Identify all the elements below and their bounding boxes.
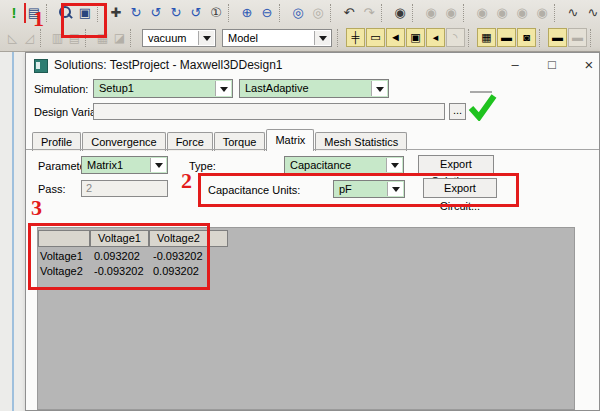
tab-torque[interactable]: Torque: [214, 132, 266, 151]
chevron-down-icon[interactable]: [150, 158, 166, 172]
matrix-grid: Voltage1Voltage2Voltage10.093202-0.09320…: [37, 227, 575, 410]
minimize-button[interactable]: –: [500, 53, 530, 77]
rotate-model-icon[interactable]: ↻: [126, 3, 146, 23]
matrix-row-header: Voltage2: [40, 265, 83, 277]
boolean-unite-icon[interactable]: ▬: [548, 28, 567, 47]
toolbar-separator: [46, 4, 53, 22]
chevron-down-icon[interactable]: [386, 158, 402, 172]
chevron-down-icon[interactable]: [387, 182, 403, 196]
pan-icon[interactable]: ✚: [106, 3, 126, 23]
close-button[interactable]: ×: [574, 53, 600, 77]
model-dropdown-value: Model: [228, 32, 258, 44]
tab-mesh-statistics[interactable]: Mesh Statistics: [315, 132, 407, 151]
pass-label: Pass:: [38, 183, 66, 195]
zoom-fit-icon: ◎: [308, 3, 328, 23]
rotate-y-icon[interactable]: ↻: [166, 3, 186, 23]
toolbar-separator: [330, 4, 337, 22]
chevron-down-icon[interactable]: [198, 31, 214, 45]
hide-all-icon: ◉: [472, 3, 492, 23]
edge-select-icon[interactable]: ◄: [386, 28, 405, 47]
parameter-dropdown[interactable]: Matrix1: [81, 156, 168, 174]
multi-select-icon: ◝: [446, 28, 465, 47]
show-hide-icon[interactable]: ◉: [390, 3, 410, 23]
flip-icon: ◿: [21, 28, 38, 48]
toolbar-separator: [279, 4, 286, 22]
toolbar-row-1: !▤▣✚↻↺↻↺①⊕⊖◎◎↶↷◉◉◉◉◉◉◉∿∿◝◝∿: [0, 0, 600, 25]
show-selection-icon: ◉: [441, 3, 461, 23]
fill-color-icon[interactable]: ◙: [517, 28, 536, 47]
toolbar-separator: [228, 4, 235, 22]
type-dropdown[interactable]: Capacitance: [284, 156, 404, 174]
matrix-col-header: Voltage1: [90, 230, 149, 247]
pass-field: 2: [81, 180, 168, 197]
array-icon: ▦: [94, 28, 111, 48]
type-label: Type:: [189, 160, 216, 172]
tabbar: ProfileConvergenceForceTorqueMatrixMesh …: [32, 129, 593, 150]
adaptive-dropdown-value: LastAdaptive: [245, 82, 309, 94]
toolbar-row2-left: ◺◿▥▤▦◪: [4, 28, 139, 48]
mirror-icon: ◺: [4, 28, 21, 48]
hide-selection-icon: ◉: [421, 3, 441, 23]
toolbar-separator: [40, 29, 47, 47]
toolbar-row-2: ◺◿▥▤▦◪ vacuum Model ╪▭◄▣◂◝▦▬◙▬▬❋❋❋: [0, 25, 600, 50]
zoom-out-icon[interactable]: ⊖: [257, 3, 277, 23]
spline-icon[interactable]: ∿: [583, 3, 600, 23]
browse-button[interactable]: ...: [449, 103, 466, 120]
chevron-down-icon[interactable]: [314, 31, 330, 45]
toolbar-separator: [97, 4, 104, 22]
object-select-icon[interactable]: ◂: [426, 28, 445, 47]
rotate-x-icon[interactable]: ↺: [146, 3, 166, 23]
rotate-z-icon[interactable]: ↺: [186, 3, 206, 23]
capacitance-units-label: Capacitance Units:: [208, 184, 300, 196]
matrix-cell: -0.093202: [153, 250, 203, 262]
units-dropdown[interactable]: pF: [333, 180, 405, 198]
toolbar-separator: [85, 29, 92, 47]
zoom-window-icon[interactable]: ◎: [288, 3, 308, 23]
matrix-col-header: Voltage2: [149, 230, 208, 247]
model-dropdown[interactable]: Model: [222, 29, 332, 47]
chevron-down-icon[interactable]: [371, 81, 387, 96]
adaptive-dropdown[interactable]: LastAdaptive: [239, 79, 389, 98]
design-variation-field[interactable]: [93, 103, 445, 120]
polyline-icon[interactable]: ∿: [563, 3, 583, 23]
zoom-100-icon[interactable]: ①: [206, 3, 226, 23]
vertex-select-icon[interactable]: ▣: [406, 28, 425, 47]
dialog-title: Solutions: TestProject - Maxwell3DDesign…: [54, 58, 283, 72]
analyze-icon[interactable]: !: [4, 3, 24, 23]
search-icon[interactable]: [56, 4, 74, 22]
maximize-button[interactable]: □: [537, 53, 567, 77]
export-solution-button[interactable]: Export Solution...: [418, 155, 494, 174]
matrix-cell: 0.093202: [153, 265, 199, 277]
matrix-corner-cell: [208, 230, 228, 247]
solution-data-icon[interactable]: ▣: [75, 3, 95, 23]
matrix-cell: 0.093202: [94, 250, 140, 262]
undo-icon[interactable]: ↶: [339, 3, 359, 23]
show-all-icon: ◉: [492, 3, 512, 23]
setup-dropdown[interactable]: Setup1: [93, 79, 233, 98]
grid-plane-icon[interactable]: ╪: [346, 28, 365, 47]
toolbar-separator: [381, 4, 388, 22]
plane-icon[interactable]: ▬: [497, 28, 516, 47]
zoom-in-icon[interactable]: ⊕: [237, 3, 257, 23]
chevron-down-icon[interactable]: [215, 81, 231, 96]
tab-matrix[interactable]: Matrix: [266, 129, 314, 151]
grid-settings-icon[interactable]: ▦: [477, 28, 496, 47]
parameter-dropdown-value: Matrix1: [87, 159, 123, 171]
tab-convergence[interactable]: Convergence: [82, 132, 165, 151]
solutions-dialog: Solutions: TestProject - Maxwell3DDesign…: [25, 52, 600, 411]
annotation-label-3: 3: [31, 195, 42, 221]
material-dropdown[interactable]: vacuum: [142, 29, 216, 47]
setup-dropdown-value: Setup1: [99, 82, 134, 94]
toolbar-row2-right: ╪▭◄▣◂◝▦▬◙▬▬❋❋❋: [335, 28, 600, 48]
toolbar-separator: [337, 29, 344, 47]
toolbar: !▤▣✚↻↺↻↺①⊕⊖◎◎↶↷◉◉◉◉◉◉◉∿∿◝◝∿ ◺◿▥▤▦◪ vacuu…: [0, 0, 600, 52]
tab-force[interactable]: Force: [167, 132, 213, 151]
matrix-cell: -0.093202: [94, 265, 144, 277]
face-select-icon[interactable]: ▭: [366, 28, 385, 47]
dialog-titlebar[interactable]: Solutions: TestProject - Maxwell3DDesign…: [26, 53, 599, 77]
notebook-icon[interactable]: ▤: [24, 3, 44, 23]
tab-profile[interactable]: Profile: [32, 132, 81, 151]
export-circuit-button[interactable]: Export Circuit...: [423, 178, 497, 198]
toolbar-separator: [539, 29, 546, 47]
dialog-icon: [34, 59, 48, 73]
